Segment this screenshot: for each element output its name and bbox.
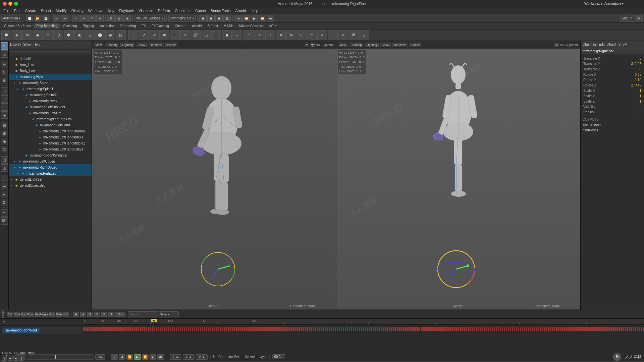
shelf-icon-16[interactable]: ⊞: [159, 30, 169, 40]
outliner-item-3[interactable]: ▸◈mixamorig:Hips: [9, 74, 92, 80]
shelf-icon-8[interactable]: ▣: [74, 30, 84, 40]
vl-view[interactable]: View: [94, 43, 103, 47]
snap-point-btn[interactable]: ◈: [123, 15, 131, 22]
scale-z-row[interactable]: Scale Z 1: [583, 99, 642, 104]
shelf-tab-curves[interactable]: Curves / Surfaces: [1, 23, 33, 28]
shelf-tab-fx[interactable]: FX: [139, 23, 149, 28]
shelf-icon-18[interactable]: ✂: [180, 30, 190, 40]
shelf-icon-32[interactable]: ⫠: [328, 30, 338, 40]
expand-arrow-20[interactable]: ▸: [11, 178, 14, 181]
transform-btn[interactable]: ✛: [80, 15, 88, 22]
ge-filter-dropdown[interactable]: Filter ▾: [159, 311, 179, 317]
expand-arrow-17[interactable]: ▸: [14, 160, 17, 163]
playback-start[interactable]: ⏮: [234, 15, 242, 22]
ge-btn6[interactable]: ✛: [108, 312, 114, 317]
tool-h[interactable]: ⊸: [1, 183, 8, 190]
menu-key[interactable]: Key: [106, 8, 116, 13]
channels-tab[interactable]: Channels: [583, 43, 597, 46]
rotate-z-row[interactable]: Rotate Z 27.449: [583, 82, 642, 88]
playback-fwd[interactable]: ⏩: [259, 15, 266, 22]
shelf-tab-bifrost[interactable]: BiFrost: [205, 23, 221, 28]
tool-l[interactable]: ⌧: [1, 217, 8, 225]
outliner-item-16[interactable]: ◈mixamorig:RightShoulder: [9, 152, 92, 158]
scale-x-row[interactable]: Scale X 1: [583, 88, 642, 93]
outliner-item-17[interactable]: ▸◈mixamorig:LeftUpLeg: [9, 158, 92, 164]
outliner-item-11[interactable]: ◈mixamorig:LeftHand: [9, 122, 92, 128]
expand-arrow-18[interactable]: ▸: [14, 166, 17, 169]
snap-grid-btn[interactable]: ⊞: [107, 15, 115, 22]
menu-bonus[interactable]: Bonus Tools: [209, 8, 233, 13]
menu-modify[interactable]: Modify: [54, 8, 68, 13]
outliner-item-8[interactable]: ◈mixamorig:LeftShoulder: [9, 104, 92, 110]
snap-curve-btn[interactable]: ◎: [115, 15, 123, 22]
ge-curves[interactable]: Curves: [28, 312, 34, 317]
select-btn[interactable]: ↖: [72, 15, 79, 22]
shelf-icon-14[interactable]: ↗: [139, 30, 149, 40]
viewport-left[interactable]: RRCG 人人素材 www.rrcg.cn 人人素材 View Shading …: [92, 41, 336, 310]
ge-list[interactable]: List: [49, 312, 55, 317]
shelf-icon-3[interactable]: ⊕: [22, 30, 32, 40]
vl-panels[interactable]: Panels: [165, 43, 178, 47]
tool-a[interactable]: ▤: [1, 122, 8, 129]
vr-show[interactable]: Show: [380, 43, 391, 47]
shelf-tab-motion[interactable]: Motion Graphics: [236, 23, 266, 28]
shelf-tab-sculpting[interactable]: Sculpting: [60, 23, 79, 28]
shelf-icon-20[interactable]: ◫: [201, 30, 211, 40]
scale-y-row[interactable]: Scale Y 1: [583, 93, 642, 99]
vl-cam-icon[interactable]: 📷: [310, 43, 315, 47]
shelf-tab-mash[interactable]: MASH: [221, 23, 236, 28]
outliner-tab-display[interactable]: Display: [10, 43, 21, 46]
rotate-tool[interactable]: ↻: [1, 69, 8, 76]
rotate-y-row[interactable]: Rotate Y -1.19: [583, 77, 642, 82]
vl-renderer[interactable]: Renderer: [148, 43, 164, 47]
playback-end[interactable]: ⏭: [267, 15, 274, 22]
shelf-icon-15[interactable]: ⟳: [149, 30, 159, 40]
rotate-x-row[interactable]: Rotate X 0.53: [583, 72, 642, 77]
vr-renderer[interactable]: Renderer: [392, 43, 408, 47]
tool-b[interactable]: ▣: [1, 130, 8, 137]
shelf-icon-6[interactable]: ⬡: [53, 30, 63, 40]
shelf-tab-custom[interactable]: Custom: [172, 23, 189, 28]
outliner-item-13[interactable]: ◈mixamorig:LeftHandIndex1: [9, 134, 92, 140]
shelf-icon-24[interactable]: ⋯: [245, 30, 255, 40]
ge-btn4[interactable]: ⊟: [94, 312, 100, 317]
shelf-icon-11[interactable]: ◉: [105, 30, 115, 40]
outliner-item-0[interactable]: ▸◉default1: [9, 56, 92, 62]
cam2-btn[interactable]: ▣: [207, 15, 215, 22]
visibility-row[interactable]: Visibility on: [583, 104, 642, 109]
close-button[interactable]: [3, 2, 7, 6]
open-btn[interactable]: 📂: [34, 15, 41, 22]
shelf-tab-animation[interactable]: Animation: [97, 23, 117, 28]
expand-arrow-0[interactable]: ▸: [11, 57, 14, 60]
translate-y-row[interactable]: Translate Y 312.96: [583, 61, 642, 66]
shelf-icon-23[interactable]: ▪: [232, 30, 242, 40]
tl-playhead[interactable]: 86: [154, 319, 154, 324]
shelf-icon-4[interactable]: ◆: [33, 30, 43, 40]
vr-grid-icon[interactable]: ⊞: [554, 43, 559, 47]
outliner-scrollbar[interactable]: [10, 51, 90, 52]
expand-arrow-2[interactable]: ▸: [11, 69, 14, 72]
timeline-scrubber[interactable]: [27, 354, 94, 360]
outliner-item-20[interactable]: ▸◉defaultLightSet: [9, 176, 92, 182]
shelf-icon-26[interactable]: ⋆: [265, 30, 275, 40]
cam3-btn[interactable]: ▣: [215, 15, 223, 22]
ge-view[interactable]: View: [14, 312, 20, 317]
ge-btn5[interactable]: ⟳: [101, 312, 107, 317]
outliner-tab-help[interactable]: Help: [34, 43, 41, 46]
outliner-item-7[interactable]: ◈mixamorig:Neck: [9, 98, 92, 104]
shelf-tab-poly[interactable]: Poly Modeling: [34, 23, 60, 28]
menu-display[interactable]: Display: [69, 8, 86, 13]
shelf-icon-35[interactable]: ⍟: [359, 30, 369, 40]
mode-dropdown[interactable]: Animation ▾: [1, 15, 22, 22]
ge-stats-btn[interactable]: Stats: [115, 312, 125, 317]
manipulator-left[interactable]: [198, 249, 238, 289]
menu-constrain[interactable]: Constrain: [173, 8, 193, 13]
shelf-tab-fxcaching[interactable]: FX Caching: [149, 23, 172, 28]
shelf-icon-34[interactable]: ⌘: [348, 30, 359, 40]
translate-x-row[interactable]: Translate X -6: [583, 56, 642, 61]
shelf-icon-27[interactable]: ❋: [276, 30, 286, 40]
scale-btn[interactable]: ⊕: [96, 15, 104, 22]
outliner-item-2[interactable]: ▸▣Body_Low: [9, 68, 92, 74]
outliner-item-18[interactable]: ▸◈mixamorig:RightUpLeg: [9, 164, 92, 170]
vl-show[interactable]: Show: [136, 43, 147, 47]
